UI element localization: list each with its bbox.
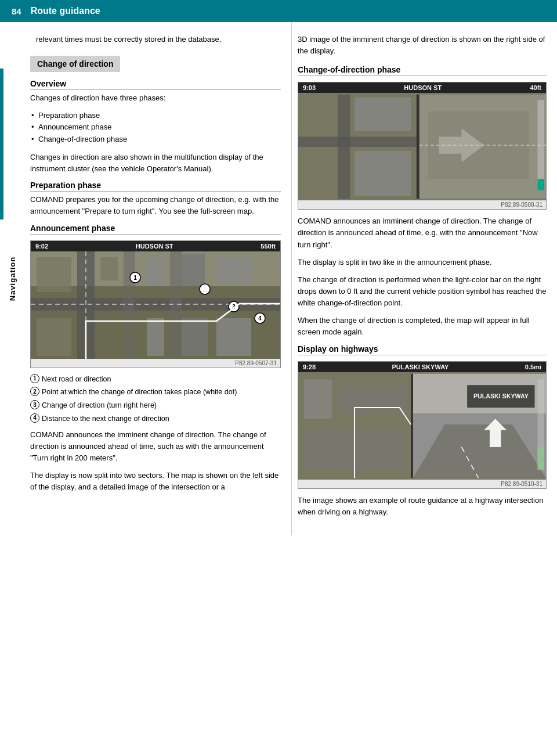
svg-rect-12	[216, 257, 251, 283]
cod-body3: The change of direction is performed whe…	[298, 274, 547, 309]
overview-text2: Changes in direction are also shown in t…	[30, 152, 281, 175]
svg-rect-15	[182, 318, 208, 356]
sidebar-label: Navigation	[8, 257, 17, 301]
intro-text: relevant times must be correctly stored …	[30, 34, 281, 45]
announcement-map-svg: 1 2 3 4	[31, 251, 280, 359]
svg-rect-5	[170, 251, 182, 359]
preparation-text: COMAND prepares you for the upcoming cha…	[30, 194, 281, 217]
right-column: 3D image of the imminent change of direc…	[291, 22, 557, 535]
svg-text:1: 1	[133, 275, 137, 281]
page-header: 84 Route guidance	[0, 0, 557, 22]
cod-map-street: HUDSON ST	[404, 84, 442, 91]
announcement-map-street: HUDSON ST	[136, 243, 173, 250]
cod-body2: The display is split in two like in the …	[298, 257, 547, 268]
left-column: relevant times must be correctly stored …	[24, 22, 291, 535]
highway-map-svg: PULASKI SKYWAY	[298, 372, 546, 480]
svg-rect-9	[100, 257, 118, 280]
svg-rect-52	[338, 385, 405, 413]
svg-rect-55	[537, 447, 544, 469]
right-intro-text: 3D image of the imminent change of direc…	[298, 34, 547, 57]
highway-map-visual: PULASKI SKYWAY	[298, 372, 546, 480]
highway-title: Display on highways	[298, 344, 547, 355]
cod-body4: When the change of direction is complete…	[298, 315, 547, 338]
highway-body: The image shows an example of route guid…	[298, 495, 547, 518]
announcement-body2: The display is now split into two sector…	[30, 470, 281, 493]
cod-map-image: 9:03 HUDSON ST 40ft	[298, 82, 547, 210]
svg-rect-11	[182, 254, 205, 286]
svg-rect-14	[147, 318, 164, 356]
cod-map-time: 9:03	[303, 84, 316, 91]
svg-rect-10	[147, 257, 164, 286]
page-number: 84	[12, 6, 21, 16]
svg-rect-36	[355, 151, 411, 196]
announcement-body1: COMAND announces the imminent change of …	[30, 429, 281, 464]
svg-rect-35	[355, 98, 411, 131]
highway-map-caption: P82.89-0510-31	[298, 480, 546, 488]
svg-text:4: 4	[258, 315, 262, 322]
numbered-item-3: 3 Change of direction (turn right here)	[30, 400, 281, 411]
announcement-map-image: 9:02 HUDSON ST 550ft	[30, 240, 281, 368]
cod-title: Change-of-direction phase	[298, 65, 547, 76]
svg-rect-33	[301, 98, 332, 131]
cod-map-visual	[298, 93, 546, 200]
highway-map-street: PULASKI SKYWAY	[392, 363, 449, 370]
preparation-title: Preparation phase	[30, 181, 281, 192]
sidebar: Navigation	[0, 22, 24, 535]
item-text-1: Next road or direction	[42, 374, 281, 385]
highway-map-time: 9:28	[303, 363, 316, 370]
item-number-3: 3	[30, 400, 39, 409]
svg-rect-40	[537, 179, 544, 190]
svg-point-25	[202, 287, 207, 291]
item-text-3: Change of direction (turn right here)	[42, 400, 281, 411]
numbered-item-2: 2 Point at which the change of direction…	[30, 387, 281, 398]
phase-list: Preparation phase Announcement phase Cha…	[30, 110, 281, 146]
list-item: Announcement phase	[30, 121, 281, 134]
item-number-4: 4	[30, 413, 39, 423]
svg-rect-51	[304, 379, 332, 419]
main-content: Navigation relevant times must be correc…	[0, 22, 557, 535]
announcement-map-distance: 550ft	[261, 243, 276, 250]
numbered-item-1: 1 Next road or direction	[30, 374, 281, 385]
highway-map-distance: 0.5mi	[525, 363, 541, 370]
highway-map-image: 9:28 PULASKI SKYWAY 0.5mi	[298, 361, 547, 489]
announcement-map-caption: P82.89-0507-31	[31, 359, 280, 368]
sidebar-accent-bar	[0, 69, 3, 219]
svg-rect-31	[298, 137, 417, 147]
svg-rect-4	[124, 251, 135, 359]
item-text-4: Distance to the next change of direction	[42, 413, 281, 424]
cod-map-caption: P82.89-0508-31	[298, 200, 546, 209]
numbered-items-list: 1 Next road or direction 2 Point at whic…	[30, 374, 281, 424]
svg-rect-39	[537, 100, 544, 190]
announcement-title: Announcement phase	[30, 224, 281, 235]
svg-rect-16	[216, 318, 251, 356]
list-item: Preparation phase	[30, 110, 281, 122]
cod-map-bar: 9:03 HUDSON ST 40ft	[298, 82, 546, 93]
item-number-1: 1	[30, 374, 39, 383]
announcement-map-visual: 1 2 3 4	[31, 251, 280, 359]
item-text-2: Point at which the change of direction t…	[42, 387, 281, 398]
svg-rect-29	[417, 95, 419, 199]
overview-title: Overview	[30, 79, 281, 90]
svg-rect-43	[411, 373, 413, 478]
announcement-map-time: 9:02	[35, 243, 48, 250]
svg-text:PULASKI SKYWAY: PULASKI SKYWAY	[473, 393, 529, 399]
numbered-item-4: 4 Distance to the next change of directi…	[30, 413, 281, 424]
svg-rect-34	[301, 151, 332, 196]
svg-rect-13	[37, 318, 71, 356]
item-number-2: 2	[30, 387, 39, 396]
cod-body1: COMAND announces an imminent change of d…	[298, 215, 547, 250]
change-of-direction-box: Change of direction	[30, 56, 120, 72]
cod-map-distance: 40ft	[530, 84, 541, 91]
section-title: Route guidance	[31, 6, 100, 16]
cod-map-svg	[298, 93, 546, 200]
highway-map-bar: 9:28 PULASKI SKYWAY 0.5mi	[298, 362, 546, 372]
announcement-map-bar: 9:02 HUDSON ST 550ft	[31, 241, 280, 251]
overview-text: Changes of direction have three phases:	[30, 92, 281, 104]
list-item: Change-of-direction phase	[30, 134, 281, 146]
svg-rect-8	[37, 257, 71, 292]
